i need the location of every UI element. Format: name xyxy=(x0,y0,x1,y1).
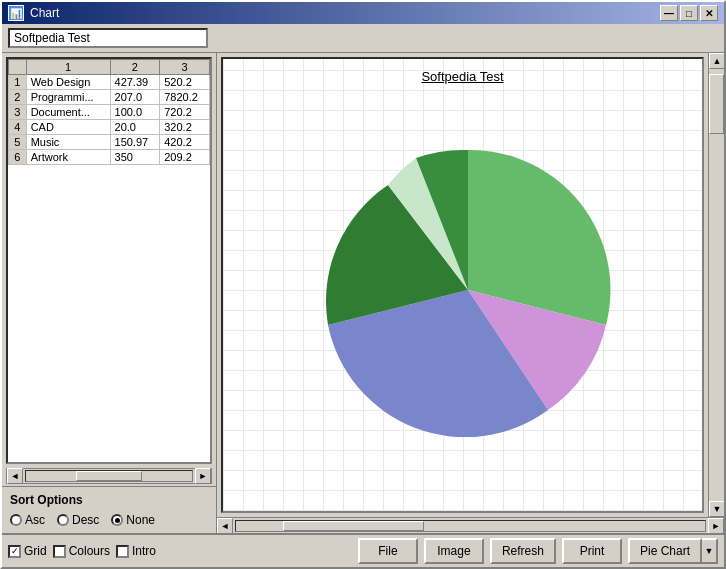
table-cell[interactable]: 7820.2 xyxy=(160,90,210,105)
scroll-down-arrow[interactable]: ▼ xyxy=(709,501,724,517)
table-cell[interactable]: Document... xyxy=(26,105,110,120)
chart-name-input[interactable] xyxy=(8,28,208,48)
title-bar: 📊 Chart — □ ✕ xyxy=(2,2,724,24)
sort-none-label[interactable]: None xyxy=(111,513,155,527)
sort-options-title: Sort Options xyxy=(10,493,208,507)
chart-h-thumb[interactable] xyxy=(283,521,424,531)
grid-checkbox[interactable] xyxy=(8,545,21,558)
colours-checkbox[interactable] xyxy=(53,545,66,558)
title-bar-buttons: — □ ✕ xyxy=(660,5,718,21)
table-cell[interactable]: 320.2 xyxy=(160,120,210,135)
chart-h-scrollbar[interactable]: ◄ ► xyxy=(217,517,724,533)
grid-label: Grid xyxy=(24,544,47,558)
chart-scroll-left[interactable]: ◄ xyxy=(217,518,233,534)
row-number: 5 xyxy=(9,135,27,150)
pie-chart-dropdown-button[interactable]: ▼ xyxy=(702,538,718,564)
pie-container xyxy=(253,99,682,481)
table-row: 1Web Design427.39520.2 xyxy=(9,75,210,90)
table-cell[interactable]: 350 xyxy=(110,150,160,165)
v-scroll-thumb[interactable] xyxy=(709,74,724,134)
table-cell[interactable]: Web Design xyxy=(26,75,110,90)
table-cell[interactable]: 520.2 xyxy=(160,75,210,90)
main-window: 📊 Chart — □ ✕ 1 2 3 xyxy=(0,0,726,569)
col-header-3: 3 xyxy=(160,60,210,75)
sort-radio-group: Asc Desc None xyxy=(10,513,208,527)
main-area: 1 2 3 1Web Design427.39520.22Programmi..… xyxy=(2,53,724,533)
col-header-row xyxy=(9,60,27,75)
table-row: 3Document...100.0720.2 xyxy=(9,105,210,120)
pie-chart-svg xyxy=(308,130,628,450)
intro-checkbox[interactable] xyxy=(116,545,129,558)
v-scroll-track[interactable] xyxy=(709,69,724,501)
row-number: 1 xyxy=(9,75,27,90)
table-cell[interactable]: CAD xyxy=(26,120,110,135)
data-table: 1 2 3 1Web Design427.39520.22Programmi..… xyxy=(8,59,210,165)
sort-desc-text: Desc xyxy=(72,513,99,527)
sort-asc-text: Asc xyxy=(25,513,45,527)
h-scroll-thumb[interactable] xyxy=(76,471,142,481)
table-cell[interactable]: 720.2 xyxy=(160,105,210,120)
colours-label: Colours xyxy=(69,544,110,558)
window-title: Chart xyxy=(30,6,59,20)
row-number: 2 xyxy=(9,90,27,105)
pie-chart-button-group: Pie Chart ▼ xyxy=(628,538,718,564)
table-row: 4CAD20.0320.2 xyxy=(9,120,210,135)
chart-scroll-right[interactable]: ► xyxy=(708,518,724,534)
col-header-2: 2 xyxy=(110,60,160,75)
sort-asc-label[interactable]: Asc xyxy=(10,513,45,527)
scroll-up-arrow[interactable]: ▲ xyxy=(709,53,724,69)
sort-desc-label[interactable]: Desc xyxy=(57,513,99,527)
sort-options: Sort Options Asc Desc None xyxy=(2,486,216,533)
table-cell[interactable]: Programmi... xyxy=(26,90,110,105)
table-cell[interactable]: 427.39 xyxy=(110,75,160,90)
row-number: 6 xyxy=(9,150,27,165)
sort-none-text: None xyxy=(126,513,155,527)
sort-desc-radio[interactable] xyxy=(57,514,69,526)
colours-checkbox-label[interactable]: Colours xyxy=(53,544,110,558)
table-cell[interactable]: Artwork xyxy=(26,150,110,165)
scroll-left-arrow[interactable]: ◄ xyxy=(7,468,23,484)
row-number: 4 xyxy=(9,120,27,135)
status-bar: Grid Colours Intro File Image Refresh Pr… xyxy=(2,533,724,567)
close-button[interactable]: ✕ xyxy=(700,5,718,21)
refresh-button[interactable]: Refresh xyxy=(490,538,556,564)
maximize-button[interactable]: □ xyxy=(680,5,698,21)
horizontal-scrollbar[interactable]: ◄ ► xyxy=(6,468,212,484)
image-button[interactable]: Image xyxy=(424,538,484,564)
window-icon: 📊 xyxy=(8,5,24,21)
toolbar xyxy=(2,24,724,53)
sort-none-radio[interactable] xyxy=(111,514,123,526)
minimize-button[interactable]: — xyxy=(660,5,678,21)
table-cell[interactable]: 100.0 xyxy=(110,105,160,120)
table-cell[interactable]: 150.97 xyxy=(110,135,160,150)
chart-area: Softpedia Test xyxy=(221,57,704,513)
table-cell[interactable]: 209.2 xyxy=(160,150,210,165)
right-scrollbar[interactable]: ▲ ▼ xyxy=(708,53,724,517)
table-cell[interactable]: 20.0 xyxy=(110,120,160,135)
data-table-area: 1 2 3 1Web Design427.39520.22Programmi..… xyxy=(6,57,212,464)
chart-h-track[interactable] xyxy=(235,520,706,532)
grid-checkbox-label[interactable]: Grid xyxy=(8,544,47,558)
print-button[interactable]: Print xyxy=(562,538,622,564)
table-row: 5Music150.97420.2 xyxy=(9,135,210,150)
scroll-right-arrow[interactable]: ► xyxy=(195,468,211,484)
file-button[interactable]: File xyxy=(358,538,418,564)
chart-title: Softpedia Test xyxy=(223,69,702,84)
row-number: 3 xyxy=(9,105,27,120)
table-cell[interactable]: 420.2 xyxy=(160,135,210,150)
pie-chart-button[interactable]: Pie Chart xyxy=(628,538,702,564)
col-header-1: 1 xyxy=(26,60,110,75)
table-cell[interactable]: Music xyxy=(26,135,110,150)
intro-label: Intro xyxy=(132,544,156,558)
table-row: 2Programmi...207.07820.2 xyxy=(9,90,210,105)
table-row: 6Artwork350209.2 xyxy=(9,150,210,165)
title-bar-left: 📊 Chart xyxy=(8,5,59,21)
h-scroll-track[interactable] xyxy=(25,470,193,482)
left-panel: 1 2 3 1Web Design427.39520.22Programmi..… xyxy=(2,53,217,533)
intro-checkbox-label[interactable]: Intro xyxy=(116,544,156,558)
sort-asc-radio[interactable] xyxy=(10,514,22,526)
table-cell[interactable]: 207.0 xyxy=(110,90,160,105)
